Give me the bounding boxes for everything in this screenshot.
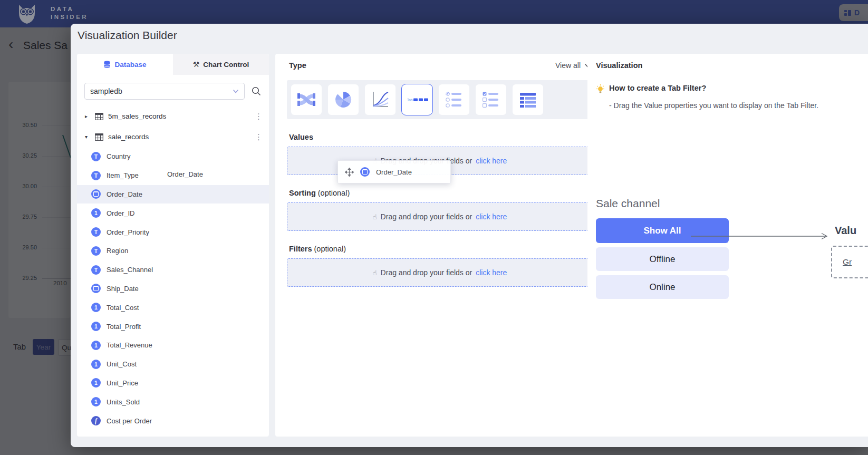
move-icon	[345, 168, 354, 177]
type-header-row: Type View all	[289, 61, 591, 70]
field-label: Total_Revenue	[107, 341, 152, 349]
field-row[interactable]: Ship_Date	[77, 279, 269, 298]
chart-type-table[interactable]	[513, 84, 543, 115]
field-label: Sales_Channel	[107, 266, 153, 274]
tab-database[interactable]: Database	[77, 54, 173, 75]
number-field-icon: 1	[91, 208, 101, 218]
kebab-menu-icon[interactable]: ⋮	[255, 112, 263, 121]
section-label-sorting: Sorting (optional)	[289, 189, 591, 197]
drop-zone-filters[interactable]: ☝Drag and drop your fields orclick here	[287, 258, 593, 287]
field-row[interactable]: fCost per Order	[77, 411, 269, 430]
drop-zone-sorting[interactable]: ☝Drag and drop your fields orclick here	[287, 202, 593, 231]
drop-zone-link[interactable]: click here	[476, 157, 507, 165]
preview-heading: Sale channel	[596, 197, 860, 210]
date-field-icon	[91, 189, 101, 199]
field-label: Cost per Order	[107, 417, 152, 425]
database-panel: Database⚒Chart Control sampledb ▸5m_sale…	[77, 54, 269, 437]
drop-zone-link[interactable]: click here	[476, 212, 507, 221]
table-name: 5m_sales_records	[108, 112, 166, 120]
drag-chip[interactable]: Order_Date	[337, 160, 451, 183]
field-label: Unit_Cost	[107, 360, 137, 368]
field-row[interactable]: 1Total_Cost	[77, 298, 269, 317]
field-row[interactable]: 1Units_Sold	[77, 392, 269, 411]
drag-hand-icon: ☝	[373, 269, 377, 277]
chevron-down-icon	[233, 88, 239, 94]
section-label-filters: Filters (optional)	[289, 245, 591, 253]
number-field-icon: 1	[91, 397, 101, 406]
annotation-value-label: Valu	[835, 225, 856, 237]
field-row[interactable]: Order_Date	[77, 185, 269, 204]
field-tree: ▸5m_sales_records⋮▾sale_records⋮TCountry…	[77, 106, 269, 430]
panel-tabs: Database⚒Chart Control	[77, 54, 269, 75]
date-field-icon	[91, 284, 101, 293]
view-all-button[interactable]: View all	[555, 61, 591, 70]
chart-type-sankey[interactable]	[291, 84, 322, 115]
brand-line-2: INSIDER	[51, 13, 88, 21]
text-field-icon: T	[91, 227, 101, 237]
field-label: Total_Cost	[107, 304, 139, 312]
field-label: Region	[107, 247, 128, 255]
tab-label: Chart Control	[203, 61, 249, 69]
field-row[interactable]: TOrder_Priority	[77, 222, 269, 241]
field-row[interactable]: 1Unit_Price	[77, 374, 269, 393]
search-icon[interactable]	[251, 86, 262, 96]
function-field-icon: f	[91, 416, 101, 425]
number-field-icon: 1	[91, 322, 101, 331]
svg-text:Tab: Tab	[407, 98, 413, 102]
preview-button-list: Show AllOfflineOnline	[596, 218, 729, 299]
drag-chip-label: Order_Date	[376, 168, 412, 176]
field-row[interactable]: 1Order_ID	[77, 204, 269, 222]
field-label: Country	[107, 152, 131, 160]
field-row[interactable]: 1Unit_Cost	[77, 355, 269, 374]
dashboard-button[interactable]: D	[839, 4, 868, 21]
view-all-label: View all	[555, 61, 581, 70]
field-label: Order_Date	[107, 190, 142, 198]
chart-settings-panel: Type View all Tab Values☝Drag and drop y…	[275, 54, 604, 437]
drag-hand-icon: ☝	[373, 213, 377, 221]
field-row[interactable]: TCountry	[77, 147, 269, 166]
brand-line-1: DATA	[51, 5, 88, 13]
table-grid-icon	[95, 113, 103, 120]
chart-type-radio-list[interactable]	[439, 84, 469, 115]
chart-type-tab-filter[interactable]: Tab	[402, 84, 432, 115]
number-field-icon: 1	[91, 341, 101, 350]
number-field-icon: 1	[91, 378, 101, 388]
tab-chart-control[interactable]: ⚒Chart Control	[173, 54, 269, 75]
preview-button-offline[interactable]: Offline	[596, 247, 729, 271]
kebab-menu-icon[interactable]: ⋮	[255, 132, 263, 142]
field-row[interactable]: TSales_Channel	[77, 260, 269, 279]
chart-type-line-chart[interactable]	[365, 84, 396, 115]
drag-ghost-label: Order_Date	[167, 170, 203, 178]
chart-type-checkbox-list[interactable]	[476, 84, 506, 115]
preview-button-online[interactable]: Online	[596, 275, 729, 299]
chart-type-list: Tab	[287, 80, 593, 119]
drop-zone-text: Drag and drop your fields or	[381, 212, 472, 221]
text-field-icon: T	[91, 152, 101, 161]
table-row[interactable]: ▾sale_records⋮	[77, 127, 269, 147]
table-name: sale_records	[108, 133, 149, 141]
brand-name: DATA INSIDER	[51, 5, 88, 21]
visualization-panel: Visualization How to create a Tab Filter…	[587, 54, 868, 437]
chevron-collapsed-icon[interactable]: ▸	[85, 113, 90, 119]
date-field-icon	[360, 167, 370, 177]
text-field-icon: T	[91, 171, 101, 180]
dashboard-button-label: D	[854, 8, 860, 17]
field-row[interactable]: 1Total_Profit	[77, 317, 269, 336]
field-row[interactable]: 1Total_Revenue	[77, 336, 269, 355]
table-row[interactable]: ▸5m_sales_records⋮	[77, 106, 269, 127]
type-label: Type	[289, 61, 306, 70]
field-label: Order_Priority	[107, 228, 149, 236]
text-field-icon: T	[91, 265, 101, 275]
field-row[interactable]: TRegion	[77, 241, 269, 260]
number-field-icon: 1	[91, 303, 101, 312]
tip-body: - Drag the Value properties you want to …	[609, 101, 860, 110]
datasource-select[interactable]: sampledb	[84, 83, 245, 100]
annotation-group-box: Gr	[831, 246, 868, 278]
tip-title: How to create a Tab Filter?	[609, 84, 706, 92]
annotation-group-link[interactable]: Gr	[843, 257, 852, 267]
chart-type-pie-chart[interactable]	[328, 84, 359, 115]
drop-zone-text: Drag and drop your fields or	[381, 268, 472, 277]
tools-icon: ⚒	[193, 60, 200, 69]
drop-zone-link[interactable]: click here	[476, 268, 507, 277]
chevron-expanded-icon[interactable]: ▾	[85, 134, 90, 140]
